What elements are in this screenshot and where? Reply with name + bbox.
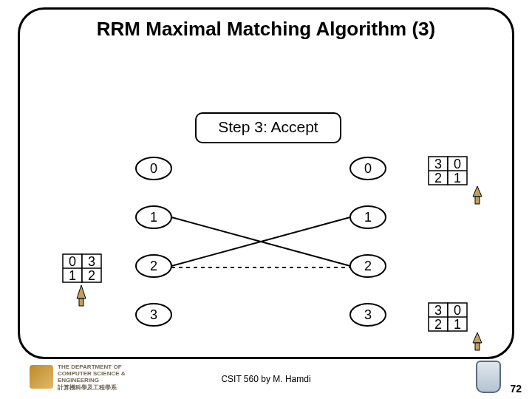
dept-line-1: THE DEPARTMENT OF	[58, 364, 126, 370]
step-label-box: Step 3: Accept	[195, 112, 341, 143]
dept-logo: THE DEPARTMENT OF COMPUTER SCIENCE & ENG…	[30, 364, 148, 392]
slide-title: RRM Maximal Matching Algorithm (3)	[0, 18, 532, 41]
dept-line-3: ENGINEERING	[58, 377, 126, 383]
page-number: 72	[510, 383, 522, 395]
slide-frame	[18, 7, 514, 359]
dept-line-2: COMPUTER SCIENCE &	[58, 370, 126, 377]
dept-logo-badge-icon	[30, 365, 53, 389]
dept-line-4: 計算機科學及工程學系	[58, 384, 126, 391]
university-crest-icon	[476, 361, 501, 393]
